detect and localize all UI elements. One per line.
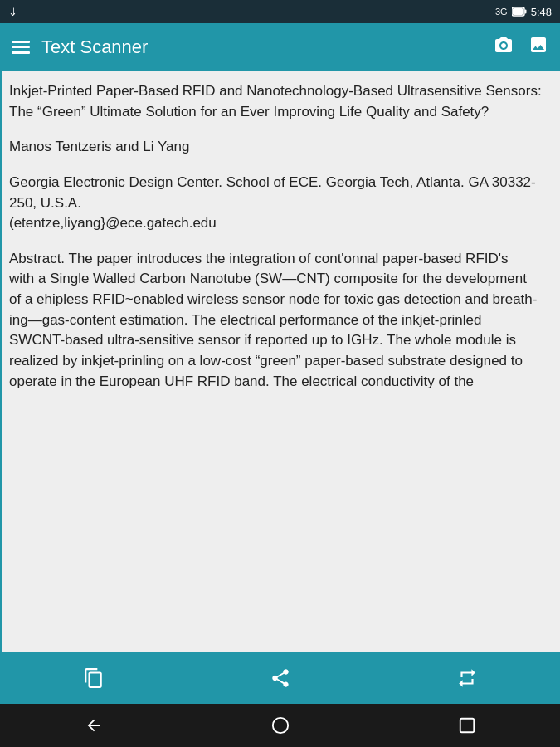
status-bar-left: ⇓	[8, 6, 17, 18]
svg-rect-2	[513, 8, 523, 15]
page-title: Text Scanner	[41, 37, 482, 58]
signal-text: 3G	[495, 7, 508, 17]
svg-rect-4	[460, 719, 474, 733]
camera-button[interactable]	[494, 35, 514, 60]
paragraph-2: Manos Tentzeris and Li Yang	[9, 137, 553, 158]
content-area: Inkjet-Printed Paper-Based RFID and Nano…	[0, 71, 560, 652]
bottom-action-bar	[0, 652, 560, 704]
repeat-button[interactable]	[450, 662, 484, 695]
scanned-text: Inkjet-Printed Paper-Based RFID and Nano…	[9, 81, 553, 392]
copy-button[interactable]	[77, 662, 110, 695]
nav-bar	[0, 704, 560, 747]
toolbar-actions	[494, 35, 548, 60]
status-bar: ⇓ 3G 5:48	[0, 0, 560, 23]
toolbar: Text Scanner	[0, 23, 560, 71]
status-icons: 3G 5:48	[495, 6, 552, 18]
paragraph-3: Georgia Electronic Design Center. School…	[9, 173, 553, 234]
recents-button[interactable]	[449, 707, 485, 744]
paragraph-1: Inkjet-Printed Paper-Based RFID and Nano…	[9, 81, 553, 122]
paragraph-4: Abstract. The paper introduces the integ…	[9, 249, 553, 392]
time-display: 5:48	[531, 6, 552, 18]
gallery-button[interactable]	[528, 35, 548, 60]
share-button[interactable]	[264, 662, 297, 695]
menu-button[interactable]	[12, 41, 30, 54]
svg-point-3	[272, 718, 287, 733]
svg-rect-1	[524, 10, 526, 14]
download-icon: ⇓	[8, 6, 17, 18]
home-button[interactable]	[262, 707, 299, 744]
battery-icon	[512, 7, 527, 17]
back-button[interactable]	[75, 707, 112, 744]
